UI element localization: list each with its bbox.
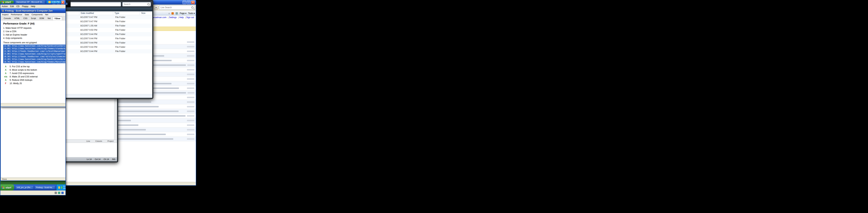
search-text: Live Search — [160, 6, 172, 9]
search-icon[interactable] — [148, 3, 150, 5]
vpc-status-bar — [0, 190, 65, 195]
menu-item[interactable]: Stats — [25, 13, 29, 15]
selected-url-line[interactable]: (8.1K) http://feeds.feedburner.com/~d/st… — [3, 55, 65, 58]
menu-item[interactable]: Help — [31, 5, 35, 8]
header-link[interactable]: Help — [178, 16, 184, 19]
selected-url-line[interactable]: (9.7K) http://www.hanselman.com/blog/the… — [3, 61, 65, 63]
menu-item[interactable]: Inspect — [2, 13, 8, 15]
column-header[interactable]: Type — [113, 11, 140, 15]
command-icons: ⌂ Page ▾ Tools ▾ — [168, 12, 195, 15]
vm-menubar: ActionEditCDFloppyHelp — [0, 5, 65, 8]
header-link[interactable]: Settings — [168, 16, 177, 19]
menu-item[interactable]: Floppy — [22, 5, 28, 8]
firebug-tab[interactable]: Script — [29, 17, 37, 20]
clock: 5:56 PM — [52, 1, 60, 3]
tray-icon[interactable] — [61, 186, 62, 189]
ungzipped-url-list: (2.4K) http://www.hanselman.com/blog/Syn… — [3, 44, 65, 63]
xp-vm-taskbar[interactable]: start ch9_prc_pr (Re...Firebug - Scott H… — [0, 184, 65, 190]
search-box[interactable]: Live Search — [159, 5, 195, 9]
status-item: Ch 14 — [104, 158, 109, 160]
code-line: 4. Gzip components — [3, 37, 65, 40]
taskbar-button[interactable]: ch9_prc_pr (Re... — [15, 185, 34, 189]
system-tray[interactable]: 5:56 PM — [46, 1, 61, 3]
window-title: Firebug - Scott Hanselman's Computer Zen — [5, 9, 65, 12]
menu-item[interactable]: CD — [17, 5, 20, 8]
status-item: INS — [112, 158, 115, 160]
clock: 5:56 PM — [63, 185, 65, 189]
close-button[interactable]: ✕ — [191, 1, 195, 4]
right-host-taskbar[interactable]: start Hanselman XP - Microsoft Vir... 5:… — [0, 0, 61, 4]
code-line: 1. Make fewer HTTP requests — [3, 27, 65, 30]
status-item: Line — [86, 140, 90, 142]
selected-url-line[interactable]: (2.4K) http://www.hanselman.com/blog/Syn… — [3, 44, 65, 47]
disk-activity-icon — [55, 192, 57, 194]
taskbar-button[interactable]: Hanselman XP - Microsoft Vir... — [15, 0, 45, 4]
cursor-position: Ln 14Col 14Ch 14INS — [87, 158, 115, 160]
home-icon[interactable]: ⌂ — [168, 12, 170, 14]
menu-item[interactable]: Edit — [10, 5, 14, 8]
stop-button[interactable]: ✕ — [154, 6, 158, 9]
firebug-tab[interactable]: Console — [2, 17, 12, 20]
minimize-button[interactable]: _ — [183, 1, 186, 4]
header-link[interactable]: Sign out — [185, 16, 194, 19]
selected-url-line[interactable]: (5.8K) http://www.hanselman.com/blog/scr… — [3, 52, 65, 55]
firebug-window: Firebug - Scott Hanselman's Computer Zen… — [0, 8, 65, 107]
yslow-rules-top: 1. Make fewer HTTP requests2. Use a CDN3… — [3, 27, 65, 40]
explorer-search-box[interactable]: Search — [122, 2, 151, 6]
selected-url-line[interactable]: (4.6K) http://www.hanselman.com/blog/the… — [3, 47, 65, 50]
maximize-button[interactable]: □ — [187, 1, 190, 4]
window-titlebar[interactable]: Firebug - Scott Hanselman's Computer Zen… — [1, 8, 65, 13]
tools-menu[interactable]: Tools ▾ — [188, 12, 195, 14]
menu-item[interactable]: Performance — [11, 13, 22, 15]
performance-grade: Performance Grade: F (44) — [3, 22, 65, 25]
search-icon[interactable] — [191, 6, 193, 8]
start-button[interactable]: start — [0, 184, 14, 190]
status-item: Column — [95, 140, 102, 142]
firebug-status-bar — [1, 103, 65, 107]
firefox-status-bar: Done — [1, 178, 65, 180]
print-icon[interactable] — [176, 12, 178, 14]
column-header[interactable]: Date modified — [79, 11, 113, 15]
menu-item[interactable]: Components — [32, 13, 43, 15]
selected-url-line[interactable]: (1.3K) http://feeds.feedburner.com/~s/Sc… — [3, 50, 65, 52]
cd-icon — [61, 192, 64, 194]
firebug-tab[interactable]: YSlow — [53, 17, 62, 20]
gzip-note: These components are not gzipped: — [3, 41, 65, 44]
status-text: Done — [2, 178, 7, 180]
yslow-rule[interactable]: A9. Reduce DNS lookups — [3, 78, 65, 82]
task-buttons: ch9_prc_pr (Re...Firebug - Scott Ha... — [15, 185, 55, 189]
firebug-tab-row: ConsoleHTMLCSSScriptDOMNetYSlow Options … — [1, 16, 65, 21]
firebug-tab[interactable]: CSS — [22, 17, 29, 20]
yslow-panel: Performance Grade: F (44) 1. Make fewer … — [1, 21, 65, 103]
feeds-icon[interactable] — [172, 12, 174, 14]
yslow-rules-bottom: A5. Put CSS at the topA6. Move scripts t… — [3, 65, 65, 85]
yslow-rule[interactable]: A6. Move scripts to the bottom — [3, 68, 65, 72]
system-tray[interactable]: 5:56 PM — [56, 184, 65, 190]
selected-url-line[interactable]: (3.2K) http://www.hanselman.com/blog/Syn… — [3, 58, 65, 61]
yslow-rule[interactable]: A5. Put CSS at the top — [3, 65, 65, 68]
yslow-rule[interactable]: A7. Avoid CSS expressions — [3, 72, 65, 75]
status-item: Ln 14 — [87, 158, 92, 160]
code-line: 2. Use a CDN — [3, 30, 65, 33]
status-item: Project — [107, 140, 114, 142]
network-icon — [58, 192, 60, 194]
tray-icon[interactable] — [49, 1, 51, 3]
firebug-tab[interactable]: Net — [46, 17, 52, 20]
firebug-command-row: InspectPerformanceStatsComponentsNet — [1, 13, 65, 16]
menu-item[interactable]: Net — [45, 13, 48, 15]
yslow-rule[interactable]: F10. Minify JS — [3, 82, 65, 85]
start-button[interactable]: start — [0, 1, 14, 4]
firebug-icon — [2, 9, 4, 12]
status-item: Col 14 — [95, 158, 100, 160]
task-buttons: Hanselman XP - Microsoft Vir... — [15, 0, 45, 4]
tray-icon[interactable] — [58, 186, 60, 189]
taskbar-button[interactable]: Firebug - Scott Ha... — [34, 185, 55, 189]
column-header[interactable]: Size — [140, 11, 152, 15]
firebug-tab[interactable]: HTML — [13, 17, 21, 20]
yslow-rule[interactable]: n/a8. Make JS and CSS external — [3, 75, 65, 78]
page-menu[interactable]: Page ▾ — [180, 12, 186, 14]
menu-item[interactable]: Action — [2, 5, 8, 8]
desktop-canvas: 100%New File 0%New Filebootstrapper.zip1… — [0, 0, 868, 213]
firebug-tab[interactable]: DOM — [38, 17, 46, 20]
hanselman-xp-vm-window: Hanselman XP - Microsoft Virtual PC 2007… — [0, 0, 66, 196]
